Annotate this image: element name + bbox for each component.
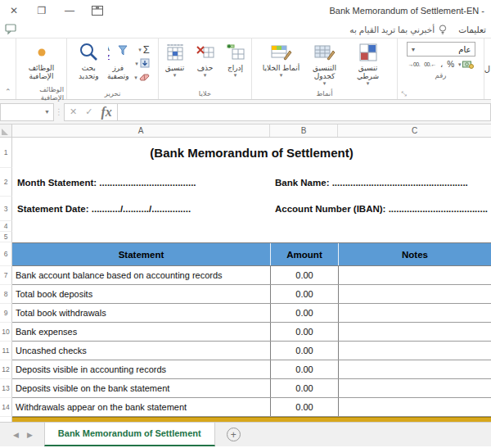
increase-decimal-button[interactable]: ←.00	[424, 61, 436, 67]
window-title: Bank Memorandum of Settlement-EN -	[111, 6, 491, 16]
table-row[interactable]: Withdrawals appear on the bank statement…	[12, 398, 491, 417]
row-header-12[interactable]: 12	[0, 360, 12, 379]
restore-button[interactable]: ❐	[28, 0, 56, 21]
table-row[interactable]: Bank account balance based on accounting…	[12, 266, 491, 285]
notes-cell	[338, 266, 491, 284]
row-header-9[interactable]: 9	[0, 304, 12, 323]
enter-formula-button[interactable]: ✓	[85, 106, 92, 117]
percent-style-button[interactable]: %	[447, 60, 454, 69]
fill-button[interactable]: ▾	[133, 57, 151, 70]
comma-style-button[interactable]: ،	[440, 60, 443, 69]
table-row[interactable]: Total book withdrawals 0.00	[12, 304, 491, 323]
chevron-down-icon: ▾	[135, 61, 138, 66]
cancel-formula-button[interactable]: ✕	[70, 106, 77, 117]
statement-cell: Bank expenses	[12, 323, 270, 341]
table-row[interactable]: Deposits visible on the bank statement 0…	[12, 379, 491, 398]
chevron-down-icon: ▾	[173, 72, 177, 78]
grid-row-1: 1 (Bank Memorandum of Settlement)	[0, 138, 491, 168]
row-header-8[interactable]: 8	[0, 285, 12, 304]
row-header-13[interactable]: 13	[0, 379, 12, 398]
number-dialog-launcher-icon[interactable]: ⤡	[399, 89, 408, 98]
format-cells-button[interactable]: تنسيق ▾	[160, 40, 190, 78]
column-header-a[interactable]: A	[12, 124, 270, 137]
chevron-down-icon: ▾	[134, 75, 137, 80]
sheet-tab-bar: ◀ ▶ Bank Memorandum of Settlement +	[0, 422, 491, 446]
new-sheet-button[interactable]: +	[227, 428, 241, 441]
sort-filter-icon: A Z	[108, 43, 128, 62]
conditional-formatting-button[interactable]: تنسيق شرطي ▾	[347, 40, 390, 86]
column-headers: A B C	[0, 124, 491, 138]
accounting-format-button[interactable]: ▾	[458, 60, 474, 69]
header-notes: Notes	[338, 243, 491, 265]
conditional-formatting-icon	[358, 43, 378, 62]
comments-button[interactable]	[5, 23, 21, 36]
number-format-dropdown[interactable]: عام ▼	[407, 42, 475, 57]
grid-row-7: 7 Bank account balance based on accounti…	[0, 266, 491, 285]
cell-a1[interactable]: (Bank Memorandum of Settlement)	[12, 138, 491, 168]
chevron-down-icon: ▾	[204, 72, 207, 78]
grid-row-6: 6 Statement Amount Notes	[0, 242, 491, 266]
table-row[interactable]: Deposits visible in accounting records 0…	[12, 360, 491, 379]
sheet-nav-arrows: ◀ ▶	[0, 431, 44, 439]
amount-cell: 0.00	[270, 323, 338, 341]
cell-row-4[interactable]	[12, 221, 491, 232]
header-amount: Amount	[270, 243, 338, 265]
editing-group-label: تحرير	[105, 89, 121, 97]
row-header-2[interactable]: 2	[0, 168, 12, 197]
tab-help[interactable]: تعليمات	[458, 25, 486, 34]
grid-row-5: 5	[0, 232, 491, 242]
format-as-table-label: التنسيق كجدول	[304, 64, 346, 80]
column-header-c[interactable]: C	[338, 124, 491, 137]
ribbon-display-options-button[interactable]	[83, 0, 111, 21]
cell-row-3[interactable]: Statement Date: .........../........../.…	[12, 197, 491, 221]
insert-cells-label: إدراج	[227, 64, 243, 72]
cell-row-2[interactable]: Month Statement: .......................…	[12, 168, 491, 197]
window-controls: ✕ ❐ —	[0, 0, 111, 21]
minimize-button[interactable]: —	[56, 0, 83, 21]
find-select-button[interactable]: بحث وتحديد	[74, 40, 103, 80]
delete-cells-button[interactable]: حذف ▾	[191, 40, 220, 78]
field-bank-name: Bank Name: .............................…	[270, 178, 491, 188]
column-header-b[interactable]: B	[270, 124, 338, 137]
cells-group-label: خلايا	[199, 89, 211, 97]
cell-styles-button[interactable]: أنماط الخلايا ▾	[260, 40, 303, 78]
notes-cell	[338, 398, 491, 416]
decrease-decimal-button[interactable]: .00→	[408, 61, 420, 67]
close-button[interactable]: ✕	[0, 0, 28, 21]
cell-row-5[interactable]	[12, 232, 491, 242]
collapse-ribbon-button[interactable]: ⌃	[5, 88, 11, 96]
insert-cells-button[interactable]: إدراج ▾	[221, 40, 250, 78]
row-header-1[interactable]: 1	[0, 138, 12, 168]
sort-filter-button[interactable]: A Z فرز وتصفية	[104, 40, 132, 80]
table-row[interactable]: Uncashed checks 0.00	[12, 342, 491, 360]
row-header-10[interactable]: 10	[0, 323, 12, 342]
table-row[interactable]: Total book deposits 0.00	[12, 285, 491, 304]
prev-sheet-button[interactable]: ◀	[13, 431, 19, 439]
row-header-4[interactable]: 4	[0, 221, 12, 232]
tell-me-box[interactable]: أخبرني بما تريد القيام به	[349, 25, 447, 35]
select-all-corner[interactable]	[0, 124, 12, 137]
row-header-15[interactable]	[0, 417, 12, 422]
row-header-6[interactable]: 6	[0, 242, 12, 266]
addins-button[interactable]: الوظائف الإضافية	[19, 40, 65, 80]
format-as-table-button[interactable]: التنسيق كجدول ▾	[304, 40, 346, 86]
name-box[interactable]: ▼	[0, 103, 54, 121]
formula-input[interactable]	[118, 103, 491, 121]
autosum-button[interactable]: Σ ▾	[133, 43, 151, 56]
active-sheet-tab[interactable]: Bank Memorandum of Settlement	[44, 423, 215, 446]
insert-function-button[interactable]: fx	[101, 105, 111, 120]
row-header-5[interactable]: 5	[0, 232, 12, 242]
header-statement: Statement	[12, 243, 270, 265]
next-sheet-button[interactable]: ▶	[27, 431, 33, 439]
svg-text:A: A	[108, 44, 110, 52]
row-header-3[interactable]: 3	[0, 197, 12, 221]
table-header-row[interactable]: Statement Amount Notes	[12, 242, 491, 266]
clear-button[interactable]: ▾	[133, 70, 151, 84]
row-header-14[interactable]: 14	[0, 398, 12, 417]
row-header-7[interactable]: 7	[0, 266, 12, 285]
cell-styles-icon	[271, 43, 292, 62]
title-bar: ✕ ❐ — Bank Memorandum of Settlement-EN -	[0, 0, 491, 21]
field-statement-date: Statement Date: .........../........../.…	[12, 204, 270, 214]
row-header-11[interactable]: 11	[0, 342, 12, 360]
table-row[interactable]: Bank expenses 0.00	[12, 323, 491, 342]
